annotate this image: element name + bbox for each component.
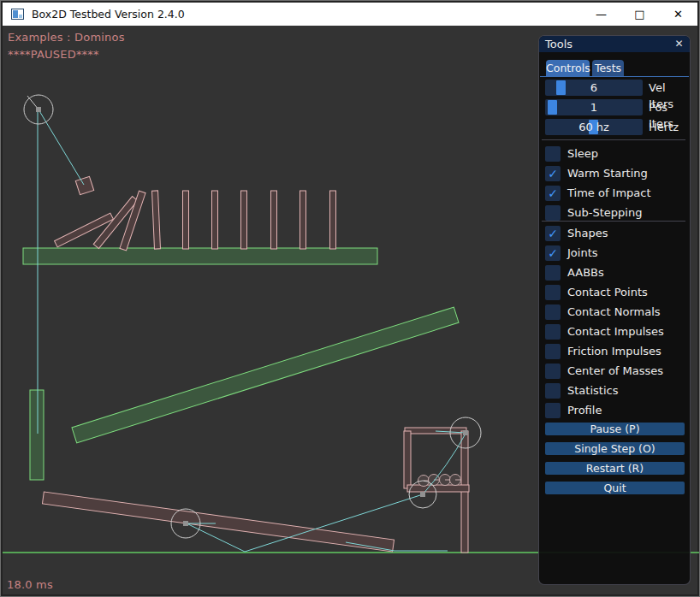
checkbox-center-of-masses[interactable]: Center of Masses [545, 364, 686, 379]
hertz-label: Hertz [649, 119, 679, 135]
checkbox-sleep[interactable]: Sleep [545, 146, 686, 162]
pos-iters-label: Pos Iters [649, 99, 690, 115]
vel-iters-label: Vel Iters [649, 80, 690, 96]
restart-button[interactable]: Restart (R) [545, 462, 685, 475]
domino-standing-5 [271, 191, 277, 249]
checkbox-aabbs[interactable]: AABBs [545, 265, 686, 281]
check-icon: ✓ [548, 167, 558, 180]
checkbox-statistics[interactable]: Statistics [545, 383, 686, 399]
window-title: Box2D Testbed Version 2.4.0 [32, 8, 185, 21]
checkbox-label: AABBs [567, 265, 604, 281]
hertz-value: 60 hz [545, 119, 643, 135]
long-ramp [72, 307, 459, 443]
checkbox-label: Sub-Stepping [567, 205, 642, 221]
tab-tests[interactable]: Tests [592, 60, 624, 77]
checkbox-label: Warm Starting [567, 166, 648, 181]
checkbox-box[interactable] [545, 344, 561, 359]
maximize-button[interactable]: □ [620, 3, 659, 26]
checkbox-box[interactable] [545, 285, 561, 300]
checkbox-friction-impulses[interactable]: Friction Impulses [545, 344, 686, 359]
checkbox-label: Joints [567, 245, 598, 261]
checkbox-time-of-impact[interactable]: ✓ Time of Impact [545, 186, 686, 201]
checkbox-box[interactable] [545, 146, 561, 162]
checkbox-contact-points[interactable]: Contact Points [545, 285, 686, 300]
checkbox-label: Profile [567, 403, 602, 418]
checkbox-label: Friction Impulses [567, 344, 661, 359]
close-button[interactable]: ✕ [659, 3, 697, 26]
vel-iters-slider[interactable]: 6 [545, 80, 643, 96]
checkbox-label: Statistics [567, 383, 618, 399]
tools-close-icon[interactable]: ✕ [673, 38, 685, 50]
tools-panel: Tools ✕ Controls Tests 6 Vel Iters 1 Pos… [538, 35, 691, 585]
checkbox-label: Time of Impact [567, 186, 651, 201]
checkbox-label: Shapes [567, 226, 608, 241]
separator [542, 221, 685, 222]
tools-panel-title: Tools [545, 38, 572, 50]
check-icon: ✓ [548, 186, 558, 200]
cradle-left-post [404, 431, 411, 488]
green-post [30, 390, 44, 480]
checkbox-label: Contact Points [567, 285, 648, 300]
domino-standing-2 [183, 191, 189, 249]
domino-standing-7 [330, 191, 336, 249]
checkbox-box[interactable] [545, 265, 561, 281]
checkbox-label: Contact Impulses [567, 324, 664, 340]
separator [542, 139, 685, 140]
check-icon: ✓ [548, 246, 558, 260]
checkbox-label: Contact Normals [567, 304, 661, 320]
checkbox-box[interactable]: ✓ [545, 226, 561, 241]
checkbox-profile[interactable]: Profile [545, 403, 686, 418]
checkbox-sub-stepping[interactable]: Sub-Stepping [545, 205, 686, 221]
hertz-slider[interactable]: 60 hz [545, 119, 643, 135]
body-origin-markers [36, 107, 468, 526]
joint-anchors [24, 95, 481, 538]
checkbox-box[interactable] [545, 364, 561, 379]
vel-iters-value: 6 [545, 80, 643, 96]
cradle-top-beam [405, 428, 466, 434]
checkbox-joints[interactable]: ✓ Joints [545, 245, 686, 261]
check-icon: ✓ [548, 227, 558, 240]
checkbox-box[interactable] [545, 304, 561, 320]
pos-iters-value: 1 [545, 99, 643, 115]
checkbox-contact-normals[interactable]: Contact Normals [545, 304, 686, 320]
checkbox-box[interactable] [545, 324, 561, 340]
checkbox-label: Center of Masses [567, 364, 663, 379]
checkbox-label: Sleep [567, 146, 598, 162]
seesaw-plank [42, 492, 394, 552]
tab-controls[interactable]: Controls [546, 60, 590, 77]
checkbox-contact-impulses[interactable]: Contact Impulses [545, 324, 686, 340]
checkbox-shapes[interactable]: ✓ Shapes [545, 226, 686, 241]
tools-panel-titlebar[interactable]: Tools ✕ [539, 36, 690, 52]
checkbox-box[interactable]: ✓ [545, 166, 561, 181]
dynamic-bodies [42, 176, 469, 553]
checkbox-box[interactable] [545, 403, 561, 418]
os-titlebar[interactable]: Box2D Testbed Version 2.4.0 — □ ✕ [3, 3, 697, 26]
simulation-canvas[interactable]: Examples : Dominos ****PAUSED**** 18.0 m… [3, 26, 697, 594]
cradle-shelf [407, 485, 469, 492]
tab-separator [540, 76, 689, 77]
app-icon [11, 9, 24, 20]
cradle-balls [418, 475, 461, 487]
checkbox-warm-starting[interactable]: ✓ Warm Starting [545, 166, 686, 181]
app-window: Box2D Testbed Version 2.4.0 — □ ✕ Exampl… [0, 0, 700, 597]
pos-iters-slider[interactable]: 1 [545, 99, 643, 115]
domino-standing-6 [300, 191, 306, 249]
domino-standing-3 [212, 191, 218, 249]
domino-standing-1 [152, 191, 161, 249]
domino-standing-4 [241, 191, 247, 249]
checkbox-box[interactable]: ✓ [545, 245, 561, 261]
checkbox-box[interactable] [545, 383, 561, 399]
pause-button[interactable]: Pause (P) [545, 423, 685, 435]
platform [23, 248, 377, 264]
checkbox-box[interactable] [545, 205, 561, 221]
pendulum-rope-diagonal [39, 109, 84, 185]
pendulum-bob [75, 176, 93, 194]
checkbox-box[interactable]: ✓ [545, 186, 561, 201]
single-step-button[interactable]: Single Step (O) [545, 442, 685, 455]
minimize-button[interactable]: — [582, 3, 620, 26]
static-bodies [23, 248, 459, 480]
quit-button[interactable]: Quit [545, 482, 685, 494]
